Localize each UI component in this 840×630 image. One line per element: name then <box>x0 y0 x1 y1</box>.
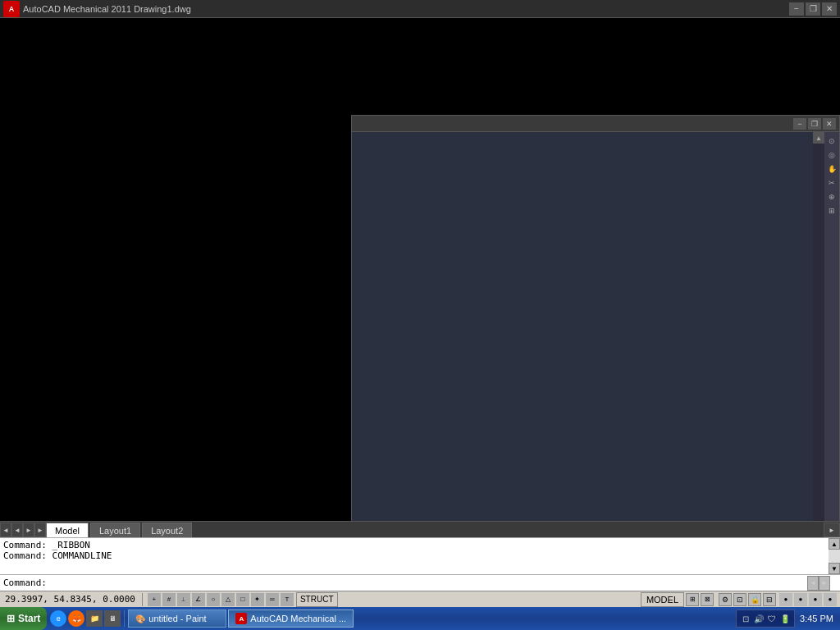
paint-icon: 🎨 <box>135 614 145 623</box>
tray-network-icon: ⊡ <box>740 613 751 624</box>
command-input-row: Command: ◄ ► <box>0 574 840 591</box>
drawing-title-bar: − ❐ ✕ <box>352 116 839 132</box>
status-tools: + # ⟂ ∠ ○ △ □ ✦ ═ T STRUCT <box>144 592 342 607</box>
command-input-field[interactable] <box>47 578 807 588</box>
ie-icon[interactable]: e <box>50 610 66 627</box>
drawing-close-button[interactable]: ✕ <box>823 118 836 130</box>
close-button[interactable]: ✕ <box>822 2 837 16</box>
tab-scroll-left2-button[interactable]: ◄ <box>11 523 23 537</box>
drawing-minimize-button[interactable]: − <box>793 118 806 130</box>
cmd-hscroll-right[interactable]: ► <box>819 576 830 591</box>
tray-icon1: ● <box>779 593 792 606</box>
tab-scroll-left-button[interactable]: ◄ <box>0 523 11 537</box>
folder-icon[interactable]: 📁 <box>86 610 103 627</box>
grid-status-icon[interactable]: # <box>162 593 176 606</box>
settings-controls: ⚙ ⊡ 🔒 ⊟ <box>719 593 776 606</box>
command-output: Command: _RIBBON Command: COMMANDLINE ▲ … <box>0 538 840 574</box>
command-scrollbar-vertical[interactable]: ▲ ▼ <box>829 538 840 574</box>
tp-status-icon[interactable]: T <box>281 593 294 606</box>
autocad-status-bar: 29.3997, 54.8345, 0.0000 + # ⟂ ∠ ○ △ □ ✦… <box>0 591 840 607</box>
cmd-hscroll-left[interactable]: ◄ <box>807 576 819 591</box>
ortho-status-icon[interactable]: ⟂ <box>177 593 190 606</box>
cmd-scroll-track <box>829 550 840 563</box>
tray-volume-icon: 🔊 <box>753 613 765 624</box>
tray-icon3: ● <box>809 593 822 606</box>
command-area: Command: _RIBBON Command: COMMANDLINE ▲ … <box>0 537 840 591</box>
lock-icon[interactable]: 🔒 <box>748 593 761 606</box>
osnap-status-icon[interactable]: ○ <box>207 593 220 606</box>
start-button[interactable]: ⊞ Start <box>0 607 47 630</box>
drawing-window: − ❐ ✕ ⊙ ◎ ✋ ✂ ⊕ ⊞ ▲ ▼ <box>351 115 840 540</box>
scroll-up-arrow[interactable]: ▲ <box>813 132 824 144</box>
restore-button[interactable]: ❐ <box>806 2 820 16</box>
drawing-scrollbar-vertical[interactable]: ▲ ▼ <box>813 132 824 539</box>
network-icon[interactable]: ⊡ <box>733 593 746 606</box>
start-label: Start <box>18 613 40 624</box>
tab-scroll-last-button[interactable]: ► <box>34 523 46 537</box>
tray-icons: ● ● ● ● <box>779 593 837 606</box>
drawing-canvas[interactable] <box>352 132 828 539</box>
autocad-taskbar-icon: A <box>235 613 247 624</box>
nav-zoom-icon[interactable]: ⊙ <box>826 135 838 147</box>
snap-status-icon[interactable]: + <box>148 593 161 606</box>
title-bar: A AutoCAD Mechanical 2011 Drawing1.dwg −… <box>0 0 840 18</box>
viewport-btn1[interactable]: ⊞ <box>686 593 699 606</box>
autocad-logo-icon: A <box>3 1 20 17</box>
coordinates-display: 29.3997, 54.8345, 0.0000 <box>0 594 140 605</box>
separator <box>142 593 143 606</box>
tray-icon4: ● <box>824 593 837 606</box>
ducs-status-icon[interactable]: □ <box>236 593 249 606</box>
scroll-track[interactable] <box>813 144 824 527</box>
command-line1: Command: _RIBBON <box>3 540 827 550</box>
taskbar: ⊞ Start e 🦊 📁 🖥 🎨 untitled - Paint A Aut… <box>0 607 840 630</box>
tab-scroll-right-button[interactable]: ► <box>23 523 34 537</box>
polar-status-icon[interactable]: ∠ <box>192 593 205 606</box>
taskbar-right: ⊡ 🔊 🛡 🔋 3:45 PM <box>733 609 840 628</box>
tab-layout1[interactable]: Layout1 <box>90 523 140 537</box>
taskbar-items: 🎨 untitled - Paint A AutoCAD Mechanical … <box>125 609 733 628</box>
taskbar-autocad[interactable]: A AutoCAD Mechanical ... <box>228 609 354 628</box>
nav-zoom-plus-icon[interactable]: ⊕ <box>826 191 838 203</box>
nav-pan-icon[interactable]: ✋ <box>826 163 838 175</box>
command-prompt-label: Command: <box>3 578 47 588</box>
otrack-status-icon[interactable]: △ <box>221 593 235 606</box>
nav-tools-panel: ⊙ ◎ ✋ ✂ ⊕ ⊞ <box>824 132 839 539</box>
start-windows-icon: ⊞ <box>7 613 15 624</box>
title-bar-left: A AutoCAD Mechanical 2011 Drawing1.dwg <box>3 1 191 17</box>
model-space-label: MODEL <box>641 592 684 607</box>
nav-grid-icon[interactable]: ⊞ <box>826 205 838 217</box>
taskbar-paint[interactable]: 🎨 untitled - Paint <box>128 609 226 628</box>
tab-bar: ◄ ◄ ► ► Model Layout1 Layout2 ► <box>0 521 840 537</box>
command-line2: Command: COMMANDLINE <box>3 550 827 561</box>
autocad-label: AutoCAD Mechanical ... <box>250 614 346 623</box>
cmd-hscroll: ◄ ► <box>807 575 840 591</box>
minimize-button[interactable]: − <box>789 2 804 16</box>
system-clock: 3:45 PM <box>797 614 837 623</box>
tray-power-icon: 🔋 <box>779 613 791 624</box>
status-right-area: MODEL ⊞ ⊠ ⚙ ⊡ 🔒 ⊟ ● ● ● ● <box>641 592 840 607</box>
viewport-btn2[interactable]: ⊠ <box>701 593 714 606</box>
ui-icon[interactable]: ⊟ <box>763 593 776 606</box>
dyn-status-icon[interactable]: ✦ <box>251 593 264 606</box>
nav-orbit-icon[interactable]: ◎ <box>826 149 838 161</box>
nav-look-icon[interactable]: ✂ <box>826 177 838 189</box>
cmd-scroll-down[interactable]: ▼ <box>829 563 840 574</box>
tab-layout2[interactable]: Layout2 <box>142 523 192 537</box>
system-tray: ⊡ 🔊 🛡 🔋 <box>736 609 795 628</box>
desktop-icon[interactable]: 🖥 <box>104 610 121 627</box>
lw-status-icon[interactable]: ═ <box>266 593 279 606</box>
paint-label: untitled - Paint <box>148 614 206 623</box>
title-bar-controls: − ❐ ✕ <box>789 2 837 16</box>
tab-model[interactable]: Model <box>46 523 89 537</box>
settings-icon[interactable]: ⚙ <box>719 593 732 606</box>
viewport-controls: ⊞ ⊠ <box>686 593 714 606</box>
firefox-icon[interactable]: 🦊 <box>68 610 84 627</box>
tab-scroll-end-button[interactable]: ► <box>824 523 840 537</box>
cmd-scroll-up[interactable]: ▲ <box>829 538 840 550</box>
tray-icon2: ● <box>794 593 807 606</box>
window-title: AutoCAD Mechanical 2011 Drawing1.dwg <box>23 4 191 14</box>
quick-launch: e 🦊 📁 🖥 <box>47 610 125 627</box>
drawing-restore-button[interactable]: ❐ <box>808 118 821 130</box>
tray-security-icon: 🛡 <box>766 613 778 624</box>
struct-button[interactable]: STRUCT <box>296 592 338 607</box>
